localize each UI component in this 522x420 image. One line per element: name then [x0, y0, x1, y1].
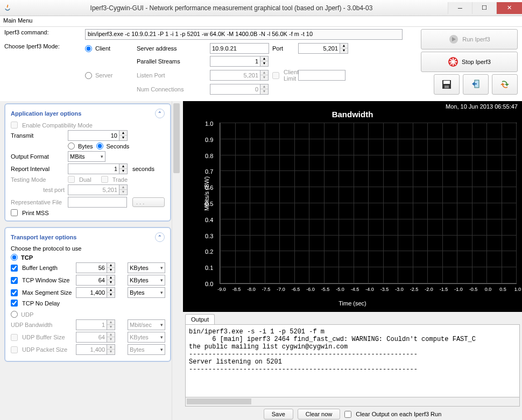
output-hscroll[interactable] [185, 397, 520, 407]
parallel-field[interactable] [210, 56, 260, 67]
printmss-check[interactable] [11, 209, 18, 216]
listen-label: Listen Port [137, 72, 207, 79]
refresh-icon-button[interactable] [492, 74, 518, 95]
port-spinner[interactable]: ▲▼ [340, 43, 348, 54]
options-pane: Application layer options⌃ Enable Compat… [0, 101, 183, 420]
udppkt-field [76, 344, 107, 355]
repfile-field [68, 197, 127, 208]
svg-rect-8 [445, 86, 449, 88]
minimize-button[interactable]: ─ [448, 2, 472, 14]
tcpwin-check[interactable] [11, 277, 18, 284]
left-scrollbar[interactable] [172, 101, 181, 420]
bandwidth-chart: Mon, 10 Jun 2013 06:55:47 Bandwidth MBit… [183, 101, 522, 312]
bytes-radio[interactable]: Bytes [68, 143, 93, 150]
numconn-field [210, 84, 260, 95]
browse-button: . . . [132, 197, 165, 207]
repint-field[interactable] [68, 163, 119, 174]
app-layer-title: Application layer options [11, 110, 81, 117]
output-panel: Output bin/iperf3.exe -s -i 1 -p 5201 -f… [183, 312, 522, 420]
testmode-label: Testing Mode [11, 176, 65, 183]
testport-field [68, 184, 119, 195]
save-button[interactable]: Save [264, 409, 293, 419]
transmit-field[interactable] [68, 130, 119, 141]
parallel-spinner[interactable]: ▲▼ [260, 56, 269, 67]
menu-bar: Main Menu [0, 16, 522, 27]
buflen-field[interactable] [76, 262, 107, 273]
server-addr-label: Server address [137, 45, 207, 52]
client-limit-field [298, 70, 345, 81]
stop-button[interactable]: Stop Iperf3 [421, 52, 518, 72]
server-radio[interactable]: Server [85, 72, 133, 79]
close-button[interactable]: ✕ [496, 2, 522, 14]
main-menu[interactable]: Main Menu [3, 17, 32, 24]
tcpwin-field[interactable] [76, 275, 107, 286]
compat-check [11, 122, 18, 129]
run-button[interactable]: Run Iperf3 [421, 29, 518, 49]
clear-button[interactable]: Clear now [298, 409, 341, 419]
port-label: Port [272, 45, 295, 52]
port-field[interactable] [298, 43, 340, 54]
maximize-button[interactable]: ☐ [472, 2, 496, 14]
window-title: Iperf3-Cygwin-GUI - Network performance … [15, 4, 448, 12]
udpbw-field [76, 319, 107, 330]
repfile-label: Representative File [11, 199, 65, 205]
udpbw-unit: Mbit/sec [128, 319, 165, 330]
refresh-icon [499, 79, 511, 90]
svg-rect-7 [443, 81, 450, 84]
run-icon [448, 34, 459, 45]
buflen-unit[interactable]: KBytes [128, 262, 165, 273]
seconds-radio[interactable]: Seconds [96, 143, 130, 150]
chart-xlabel: Time (sec) [338, 300, 366, 307]
parallel-label: Parallel Streams [137, 58, 207, 65]
save-icon-button[interactable] [434, 74, 460, 95]
protocol-label: Choose the protocol to use [11, 245, 165, 252]
command-field[interactable]: bin/iperf3.exe -c 10.9.0.21 -P 1 -i 1 -p… [85, 29, 403, 40]
numconn-label: Num Connections [137, 86, 207, 92]
udpbuf-unit: KBytes [128, 332, 165, 343]
client-limit-check: Client Limit [272, 69, 295, 82]
outfmt-label: Output Format [11, 153, 65, 160]
chart-title: Bandwidth [185, 110, 520, 119]
mss-check[interactable] [11, 289, 18, 296]
output-text[interactable]: bin/iperf3.exe -s -i 1 -p 5201 -f m 6 [m… [185, 324, 520, 397]
outfmt-select[interactable]: MBits [68, 151, 105, 162]
mss-unit[interactable]: Bytes [128, 287, 165, 298]
listen-field [210, 70, 260, 81]
udp-radio[interactable]: UDP [11, 311, 165, 318]
clear-each-check[interactable] [344, 411, 351, 418]
window-titlebar: Iperf3-Cygwin-GUI - Network performance … [0, 0, 522, 16]
app-layer-panel: Application layer options⌃ Enable Compat… [4, 103, 171, 222]
export-icon-button[interactable] [463, 74, 489, 95]
repint-label: Report Interval [11, 166, 65, 172]
stop-icon [448, 56, 458, 67]
transport-layer-panel: Transport layer options⌃ Choose the prot… [4, 227, 171, 362]
tcpwin-unit[interactable]: KBytes [128, 275, 165, 286]
collapse-icon[interactable]: ⌃ [155, 232, 165, 242]
buflen-check[interactable] [11, 265, 18, 272]
export-icon [470, 79, 482, 90]
mss-field[interactable] [76, 287, 107, 298]
nodelay-check[interactable] [11, 300, 18, 307]
trans-layer-title: Transport layer options [11, 234, 76, 240]
transmit-label: Transmit [11, 132, 65, 139]
mode-label: Choose Iperf3 Mode: [4, 43, 80, 49]
output-tab[interactable]: Output [185, 314, 215, 324]
java-icon [3, 4, 12, 12]
udppkt-unit: Bytes [128, 344, 165, 355]
client-radio[interactable]: Client [85, 45, 133, 52]
cmd-label: Iperf3 command: [4, 29, 80, 35]
server-addr-field[interactable] [210, 43, 269, 54]
floppy-icon [441, 79, 453, 90]
tcp-radio[interactable]: TCP [11, 254, 165, 261]
collapse-icon[interactable]: ⌃ [155, 109, 165, 118]
chart-timestamp: Mon, 10 Jun 2013 06:55:47 [446, 103, 518, 110]
udpbuf-field [76, 332, 107, 343]
